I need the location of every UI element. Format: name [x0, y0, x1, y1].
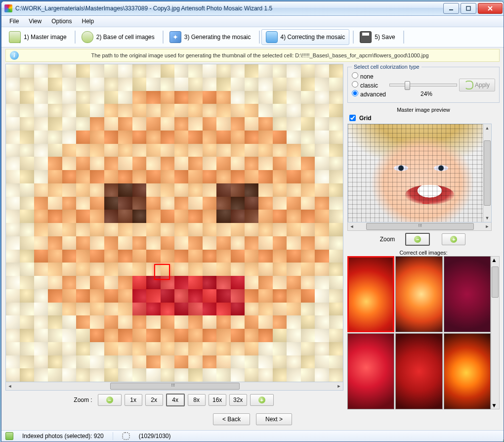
- zoom-4x-button[interactable]: 4x: [166, 394, 185, 406]
- zoom-out-button[interactable]: –: [98, 394, 122, 406]
- scroll-left-icon[interactable]: ◄: [6, 384, 14, 389]
- master-preview[interactable]: ▲▼: [347, 124, 492, 222]
- mosaic-panel: ◄ !!! ► Zoom : – 1x 2x 4x 8x 16x 32x +: [5, 64, 344, 409]
- cell-thumbnail[interactable]: [347, 333, 394, 409]
- scroll-down-icon[interactable]: ▼: [483, 214, 491, 222]
- wand-icon: [169, 31, 181, 43]
- scroll-marker: !!!: [418, 223, 422, 228]
- nav-buttons: < Back Next >: [1, 409, 504, 430]
- mosaic-viewport[interactable]: [5, 64, 343, 382]
- separator: [259, 31, 260, 44]
- scroll-up-icon[interactable]: ▲: [491, 257, 499, 264]
- menu-options[interactable]: Options: [46, 17, 77, 26]
- radio-none[interactable]: none: [352, 72, 374, 80]
- minimize-button[interactable]: [443, 3, 459, 14]
- cell-thumbnail[interactable]: [444, 333, 491, 409]
- app-icon: [4, 4, 12, 12]
- zoom-2x-button[interactable]: 2x: [145, 394, 163, 406]
- svg-rect-0: [449, 9, 453, 10]
- preview-hscrollbar[interactable]: ◄!!!►: [347, 222, 492, 231]
- correct-cells-title: Correct cell images:: [347, 250, 500, 256]
- mosaic-grid: [6, 64, 343, 382]
- cell-thumbnail[interactable]: [395, 333, 442, 409]
- cell-thumbnail[interactable]: [444, 256, 491, 332]
- preview-zoom-out-button[interactable]: –: [405, 233, 430, 246]
- preview-zoom-in-button[interactable]: +: [442, 233, 465, 245]
- apply-button[interactable]: Apply: [459, 79, 495, 91]
- step-label: 5) Save: [375, 34, 395, 41]
- cell-thumbnail[interactable]: [347, 256, 394, 332]
- slider-knob[interactable]: [405, 81, 410, 90]
- selected-cell-marker: [154, 264, 170, 280]
- step-toolbar: 1) Master image 2) Base of cell images 3…: [1, 27, 504, 47]
- zoom-1x-button[interactable]: 1x: [125, 394, 142, 406]
- preview-title: Master image preview: [347, 107, 500, 113]
- colorize-slider[interactable]: [389, 84, 457, 87]
- zoom-32x-button[interactable]: 32x: [229, 394, 247, 406]
- step-master-image[interactable]: 1) Master image: [4, 29, 71, 45]
- scroll-thumb[interactable]: [492, 266, 499, 298]
- step-save[interactable]: 5) Save: [355, 29, 399, 45]
- mosaic-hscrollbar[interactable]: ◄ !!! ►: [5, 382, 343, 391]
- menu-view[interactable]: View: [24, 17, 46, 26]
- step-label: 3) Generating the mosaic: [184, 34, 251, 41]
- cell-grid-wrap: ▲▼: [347, 256, 500, 409]
- close-button[interactable]: [478, 3, 503, 14]
- radio-classic[interactable]: classic: [352, 81, 387, 89]
- window-title: C:\WORK_Largematerials\MasterImages\3337…: [15, 5, 442, 12]
- step-correct[interactable]: 4) Correcting the mosaic: [261, 29, 350, 45]
- menu-file[interactable]: File: [4, 17, 24, 26]
- minus-icon: –: [414, 236, 421, 243]
- titlebar: C:\WORK_Largematerials\MasterImages\3337…: [1, 1, 504, 16]
- preview-wrap: ▲▼ ◄!!!►: [347, 124, 500, 231]
- separator: [353, 31, 354, 44]
- minus-icon: –: [106, 397, 113, 403]
- maximize-button[interactable]: [461, 3, 476, 14]
- step-label: 2) Base of cell images: [96, 34, 155, 41]
- radio-advanced[interactable]: advanced: [352, 90, 387, 98]
- info-text: The path to the original image used for …: [23, 52, 497, 58]
- app-window: C:\WORK_Largematerials\MasterImages\3337…: [1, 1, 504, 442]
- cells-vscrollbar[interactable]: ▲▼: [491, 256, 500, 409]
- zoom-8x-button[interactable]: 8x: [188, 394, 206, 406]
- scroll-down-icon[interactable]: ▼: [491, 402, 499, 409]
- separator: [403, 31, 404, 44]
- step-label: 1) Master image: [24, 34, 67, 41]
- grid-checkbox[interactable]: Grid: [347, 113, 500, 123]
- info-icon: i: [10, 51, 19, 60]
- zoom-in-button[interactable]: +: [250, 394, 274, 406]
- scroll-right-icon[interactable]: ►: [483, 222, 491, 230]
- step-base-images[interactable]: 2) Base of cell images: [77, 29, 159, 45]
- preview-vscrollbar[interactable]: ▲▼: [483, 124, 491, 222]
- back-button[interactable]: < Back: [213, 413, 250, 425]
- scroll-left-icon[interactable]: ◄: [348, 222, 356, 230]
- scroll-track[interactable]: !!!: [14, 382, 335, 390]
- separator: [75, 31, 76, 44]
- master-image-icon: [9, 31, 21, 43]
- scroll-up-icon[interactable]: ▲: [483, 124, 491, 132]
- colorization-group: Select cell colorization type none class…: [347, 64, 500, 103]
- scroll-thumb[interactable]: [484, 140, 491, 206]
- base-images-icon: [82, 31, 93, 43]
- info-bar: i The path to the original image used fo…: [5, 49, 500, 62]
- preview-grid-overlay: [348, 124, 491, 222]
- separator: [163, 31, 164, 44]
- colorization-legend: Select cell colorization type: [352, 64, 421, 70]
- indexed-icon: [5, 432, 13, 440]
- window-controls: [442, 3, 503, 14]
- next-button[interactable]: Next >: [256, 413, 292, 425]
- scroll-right-icon[interactable]: ►: [335, 384, 343, 389]
- menu-help[interactable]: Help: [77, 17, 99, 26]
- preview-zoom-label: Zoom: [380, 236, 395, 243]
- cell-thumbnails: [347, 256, 491, 409]
- zoom-16x-button[interactable]: 16x: [209, 394, 226, 406]
- step-label: 4) Correcting the mosaic: [281, 34, 345, 41]
- cell-thumbnail[interactable]: [395, 256, 442, 332]
- statusbar: Indexed photos (selected): 920 (1029/103…: [1, 430, 504, 442]
- status-separator: [113, 432, 113, 440]
- step-generate[interactable]: 3) Generating the mosaic: [165, 29, 255, 45]
- cube-icon: [266, 31, 278, 43]
- save-icon: [360, 31, 372, 43]
- side-panel: Select cell colorization type none class…: [344, 64, 500, 409]
- spinner-icon: [122, 432, 130, 440]
